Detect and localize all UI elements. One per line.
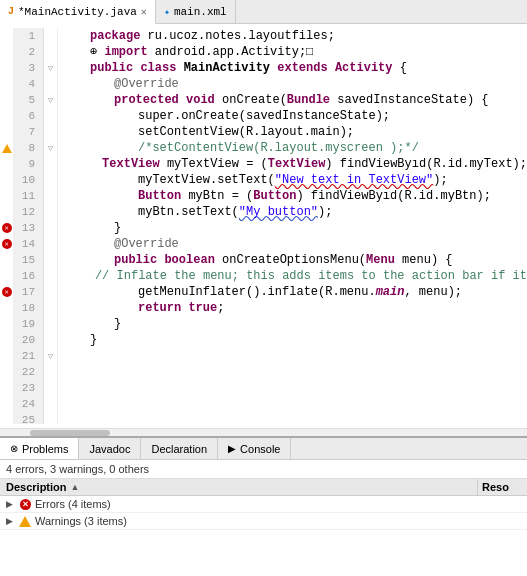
tab-main-activity[interactable]: J *MainActivity.java ✕ <box>0 0 156 24</box>
line-marker-16 <box>0 268 13 284</box>
token: ) findViewByıd(R.id.myBtn); <box>296 188 490 204</box>
token <box>181 300 188 316</box>
expand-errors-icon[interactable]: ▶ <box>6 499 18 509</box>
bottom-tab-javadoc[interactable]: Javadoc <box>79 438 141 459</box>
token: ru.ucoz.notes.layoutfiles; <box>140 28 334 44</box>
problems-columns-header: Description ▲ Reso <box>0 479 527 496</box>
token: ) findViewByıd(R.id.myText); <box>325 156 527 172</box>
problem-row-warnings[interactable]: ▶ Warnings (3 items) <box>0 513 527 530</box>
bottom-tab-declaration[interactable]: Declaration <box>141 438 218 459</box>
fold-marker-25 <box>44 412 57 428</box>
marker-gutter: ✕✕✕ <box>0 28 14 424</box>
fold-marker-4 <box>44 76 57 92</box>
line-number-23: 23 <box>14 380 39 396</box>
line-marker-10 <box>0 172 13 188</box>
line-number-25: 25 <box>14 412 39 428</box>
token: public <box>114 252 157 268</box>
line-number-15: 15 <box>14 252 39 268</box>
token: MainActivity <box>184 60 270 76</box>
token: myBtn = ( <box>181 188 253 204</box>
token: myTextView = ( <box>160 156 268 172</box>
token <box>176 60 183 76</box>
token: myTextView.setText( <box>138 172 275 188</box>
line-marker-25 <box>0 412 13 428</box>
fold-marker-5[interactable]: ▽ <box>44 92 57 108</box>
token: } <box>90 332 97 348</box>
fold-marker-2 <box>44 44 57 60</box>
fold-marker-22 <box>44 364 57 380</box>
fold-marker-21[interactable]: ▽ <box>44 348 57 364</box>
token: setContentView(R.layout.main); <box>138 124 354 140</box>
line-marker-14: ✕ <box>0 236 13 252</box>
token: getMenuInflater().inflate(R.menu. <box>138 284 376 300</box>
editor-horizontal-scrollbar[interactable] <box>0 428 527 436</box>
token: // Inflate the menu; this adds items to … <box>95 268 527 284</box>
fold-marker-16 <box>44 268 57 284</box>
line-marker-4 <box>0 76 13 92</box>
bottom-tab-problems[interactable]: ⊗ Problems <box>0 438 79 459</box>
token: extends <box>277 60 327 76</box>
scrollbar-thumb[interactable] <box>30 430 110 436</box>
token: savedInstanceState) { <box>330 92 488 108</box>
code-line-1: package ru.ucoz.notes.layoutfiles; <box>66 28 527 44</box>
description-column-header[interactable]: Description ▲ <box>0 479 477 495</box>
line-number-2: 2 <box>14 44 39 60</box>
line-number-8: 8 <box>14 140 39 156</box>
code-line-16: Button myBtn = (Button) findViewByıd(R.i… <box>66 188 527 204</box>
problem-row-errors[interactable]: ▶ ✕ Errors (4 items) <box>0 496 527 513</box>
problems-icon: ⊗ <box>10 443 18 454</box>
line-number-13: 13 <box>14 220 39 236</box>
fold-marker-3[interactable]: ▽ <box>44 60 57 76</box>
console-icon: ▶ <box>228 443 236 454</box>
resource-column-header[interactable]: Reso <box>477 479 527 495</box>
description-column-label: Description <box>6 481 67 493</box>
code-line-8: protected void onCreate(Bundle savedInst… <box>66 92 527 108</box>
fold-marker-1 <box>44 28 57 44</box>
line-marker-18 <box>0 300 13 316</box>
token: menu) { <box>395 252 453 268</box>
tab-main-xml[interactable]: ✦ main.xml <box>156 0 236 23</box>
line-marker-2 <box>0 44 13 60</box>
code-text-area[interactable]: package ru.ucoz.notes.layoutfiles;⊕ impo… <box>58 28 527 424</box>
code-line-13: TextView myTextView = (TextView) findVie… <box>66 156 527 172</box>
line-number-3: 3 <box>14 60 39 76</box>
tab-label-main-xml: main.xml <box>174 6 227 18</box>
resource-column-label: Reso <box>482 481 509 493</box>
problems-list: ▶ ✕ Errors (4 items) ▶ Warnings (3 items… <box>0 496 527 576</box>
token <box>270 60 277 76</box>
problems-summary-text: 4 errors, 3 warnings, 0 others <box>6 463 149 475</box>
bottom-tab-bar: ⊗ Problems Javadoc Declaration ▶ Console <box>0 438 527 460</box>
fold-marker-8[interactable]: ▽ <box>44 140 57 156</box>
line-number-20: 20 <box>14 332 39 348</box>
fold-marker-13 <box>44 220 57 236</box>
fold-marker-23 <box>44 380 57 396</box>
problems-summary: 4 errors, 3 warnings, 0 others <box>0 460 527 479</box>
bottom-tab-console[interactable]: ▶ Console <box>218 438 291 459</box>
line-marker-20 <box>0 332 13 348</box>
line-number-14: 14 <box>14 236 39 252</box>
token: /*setContentView(R.layout.myscreen );*/ <box>138 140 419 156</box>
token <box>157 252 164 268</box>
line-marker-12 <box>0 204 13 220</box>
line-number-1: 1 <box>14 28 39 44</box>
fold-marker-15 <box>44 252 57 268</box>
line-marker-13: ✕ <box>0 220 13 236</box>
code-line-14: myTextView.setText("New text in TextView… <box>66 172 527 188</box>
fold-marker-24 <box>44 396 57 412</box>
problems-tab-label: Problems <box>22 443 68 455</box>
close-tab-main-activity[interactable]: ✕ <box>141 6 147 18</box>
sort-arrow-icon: ▲ <box>71 482 80 492</box>
fold-marker-11 <box>44 188 57 204</box>
token: Menu <box>366 252 395 268</box>
expand-warnings-icon[interactable]: ▶ <box>6 516 18 526</box>
tab-label-main-activity: *MainActivity.java <box>18 6 137 18</box>
line-number-4: 4 <box>14 76 39 92</box>
line-number-6: 6 <box>14 108 39 124</box>
line-marker-11 <box>0 188 13 204</box>
fold-marker-10 <box>44 172 57 188</box>
line-number-24: 24 <box>14 396 39 412</box>
console-tab-label: Console <box>240 443 280 455</box>
line-number-7: 7 <box>14 124 39 140</box>
code-line-27: } <box>66 332 527 348</box>
token: ⊕ <box>90 44 104 60</box>
